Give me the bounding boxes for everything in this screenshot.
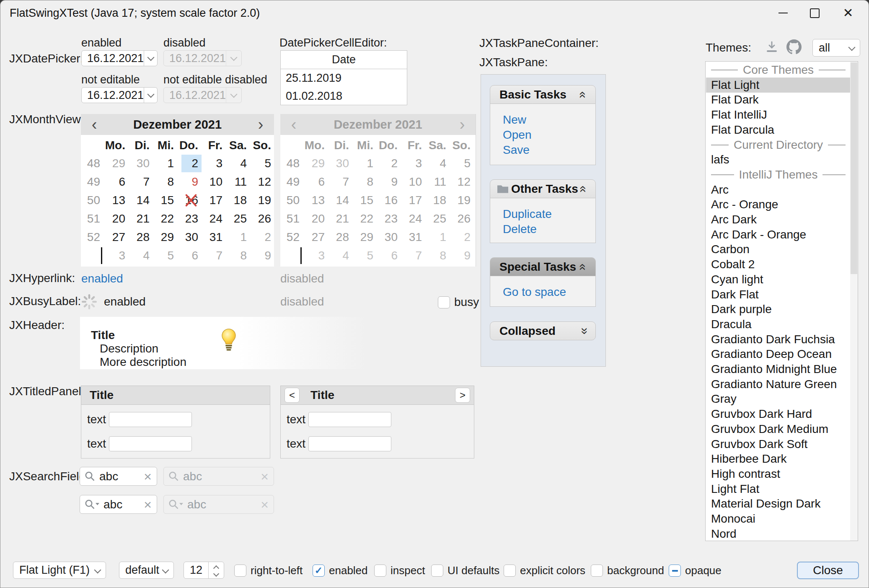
font-size-spinner[interactable]: 12 [184,562,224,579]
theme-item[interactable]: Gradianto Dark Fuchsia [706,332,851,347]
theme-item[interactable]: Flat Darcula [706,122,851,137]
task-link[interactable]: Save [490,142,595,158]
day-cell[interactable]: 7 [133,173,153,191]
checkbox-label[interactable]: right-to-left [251,564,303,577]
day-cell[interactable]: 12 [254,173,274,191]
day-cell[interactable]: 29 [109,155,129,172]
checkbox-label[interactable]: opaque [685,564,722,577]
day-cell[interactable]: 25 [230,210,250,228]
checkbox-box[interactable] [313,565,325,577]
day-cell[interactable]: 26 [254,210,274,228]
date-value[interactable]: 16.12.2021 [82,52,144,65]
day-cell[interactable]: 14 [133,192,153,209]
day-cell[interactable]: 29 [157,228,177,246]
checkbox-label[interactable]: background [607,564,664,577]
text-field[interactable] [109,436,192,451]
task-link[interactable]: New [490,112,595,127]
datepicker-dropdown-button[interactable] [144,88,157,103]
day-cell[interactable]: 9 [181,173,202,191]
minimize-button[interactable] [771,0,796,26]
theme-item[interactable]: Arc - Orange [706,197,851,212]
search-field[interactable]: abc× [80,467,157,486]
day-cell[interactable]: 24 [206,210,226,228]
clear-icon[interactable]: × [144,470,157,483]
day-cell[interactable]: 5 [254,155,274,172]
day-cell[interactable]: 5 [157,247,177,264]
theme-item[interactable]: Flat IntelliJ [706,107,851,122]
search-icon[interactable] [84,471,96,482]
day-cell[interactable]: 8 [230,247,250,264]
search-dropdown-icon[interactable] [84,499,100,510]
search-value[interactable]: abc [103,498,144,511]
taskpane-header[interactable]: Other Tasks« [490,179,596,198]
table-row[interactable]: 01.02.2018 [281,87,407,105]
text-field[interactable] [109,412,192,427]
variant-combo[interactable]: default [119,562,174,579]
close-window-button[interactable]: ✕ [835,0,861,26]
checkbox-box[interactable] [669,565,681,577]
table-row[interactable]: 25.11.2019 [281,69,407,87]
day-cell[interactable]: 17 [206,192,226,209]
day-cell[interactable]: 19 [254,192,274,209]
theme-item[interactable]: Gruvbox Dark Soft [706,437,851,452]
github-icon[interactable] [786,39,802,56]
combo-value[interactable]: Flat Light (F1) [13,564,95,577]
prev-month-button[interactable]: ‹ [81,114,108,135]
checkbox-label[interactable]: explicit colors [520,564,585,577]
download-icon[interactable] [766,41,778,55]
monthview-enabled[interactable]: ‹Dezember 2021›Mo.Di.Mi.Do.Fr.Sa.So.4829… [81,114,274,267]
day-cell[interactable]: 9 [254,247,274,264]
task-link[interactable]: Duplicate [490,207,595,222]
day-cell[interactable]: 2 [254,228,274,246]
task-link[interactable]: Delete [490,222,595,237]
checkbox-label[interactable]: inspect [391,564,425,577]
datepicker-dropdown-button[interactable] [144,51,157,66]
taskpane-header[interactable]: Basic Tasks« [490,85,596,104]
day-cell[interactable]: 6 [109,173,129,191]
day-cell[interactable]: 11 [230,173,250,191]
collapse-chevron-icon[interactable]: « [577,260,590,274]
theme-item[interactable]: Cobalt 2 [706,257,851,272]
checkbox-box[interactable] [504,565,516,577]
day-cell[interactable]: 13 [109,192,129,209]
text-field[interactable] [308,412,391,427]
theme-item[interactable]: Dark Flat [706,287,851,302]
theme-item[interactable]: Material Design Dark [706,496,851,511]
checkbox-background[interactable]: background [591,564,664,577]
title-bar[interactable]: FlatSwingXTest (Java 17; system scale fa… [0,0,869,26]
theme-item[interactable]: Dracula [706,317,851,332]
checkbox-opaque[interactable]: opaque [669,564,722,577]
theme-item[interactable]: Gradianto Deep Ocean [706,347,851,362]
checkbox-box[interactable] [438,296,450,308]
taskpane-header[interactable]: Special Tasks« [490,257,596,276]
theme-item[interactable]: Hiberbee Dark [706,451,851,466]
theme-item[interactable]: Arc Dark [706,212,851,227]
day-cell[interactable]: 20 [109,210,129,228]
date-value[interactable]: 16.12.2021 [82,89,144,102]
day-cell[interactable]: 22 [157,210,177,228]
day-cell[interactable]: 28 [133,228,153,246]
checkbox-inspect[interactable]: inspect [374,564,425,577]
checkbox-box[interactable] [431,565,443,577]
day-cell[interactable]: 8 [157,173,177,191]
theme-item[interactable]: Dark purple [706,302,851,317]
theme-item[interactable]: Arc Dark - Orange [706,227,851,242]
day-cell[interactable]: 1 [157,155,177,172]
theme-item[interactable]: Flat Dark [706,92,851,107]
theme-item[interactable]: Arc [706,182,851,197]
theme-item[interactable]: Flat Light [706,78,851,93]
theme-item[interactable]: Gruvbox Dark Medium [706,422,851,437]
checkbox-right-to-left[interactable]: right-to-left [234,564,303,577]
checkbox-box[interactable] [234,565,246,577]
day-cell[interactable]: 15 [157,192,177,209]
day-cell[interactable]: 18 [230,192,250,209]
checkbox-explicit-colors[interactable]: explicit colors [504,564,585,577]
themes-filter-combo[interactable]: all [812,39,860,57]
day-cell[interactable]: 3 [206,155,226,172]
day-cell[interactable]: 4 [133,247,153,264]
datepicker-cell-editor-table[interactable]: Date 25.11.201901.02.2018 [280,50,407,105]
checkbox-enabled[interactable]: enabled [313,564,368,577]
text-field[interactable] [308,436,391,451]
day-cell[interactable]: 31 [206,228,226,246]
day-cell[interactable]: 30 [133,155,153,172]
